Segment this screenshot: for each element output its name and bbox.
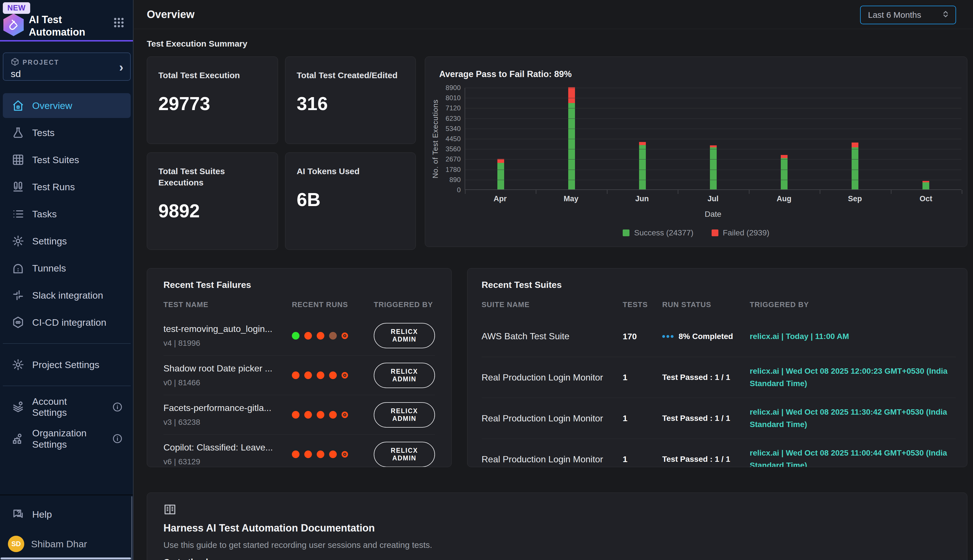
project-cube-icon (11, 58, 19, 67)
sidebar-item-label: CI-CD integration (32, 317, 107, 328)
app-title: AI Test Automation (29, 13, 105, 38)
sidebar-vertical-scrollbar[interactable] (131, 496, 132, 560)
run-status-dot-failed (317, 332, 324, 340)
failures-header-row: TEST NAME RECENT RUNS TRIGGERED BY (147, 290, 452, 316)
legend-item: Success (24377) (623, 228, 693, 237)
sidebar-item-test-suites[interactable]: Test Suites (3, 147, 131, 172)
table-row[interactable]: AWS Batch Test Suite 170 8% Completed re… (482, 316, 956, 357)
table-row[interactable]: Copilot: Classified: Leave... v6 | 63129… (163, 434, 435, 467)
sidebar-item-tests[interactable]: Tests (3, 120, 131, 145)
go-to-docs-link[interactable]: Go to the docs → (163, 557, 233, 560)
new-badge: NEW (3, 2, 30, 14)
run-status-dot-current (342, 332, 348, 339)
sidebar-item-cicd-integration[interactable]: CI-CD integration (3, 310, 131, 335)
stat-title: AI Tokens Used (297, 166, 404, 177)
project-selector[interactable]: PROJECT sd › (3, 52, 131, 81)
sidebar-item-label: Slack integration (32, 290, 103, 301)
triggered-by-link[interactable]: relicx.ai | Wed Oct 08 2025 11:00:44 GMT… (750, 447, 956, 467)
sidebar-item-label: Account Settings (32, 396, 104, 418)
table-row[interactable]: Shadow root Date picker ... v0 | 81466 R… (163, 355, 435, 395)
suite-name[interactable]: Real Production Login Monitor (482, 372, 623, 383)
run-status-dot-failed (329, 450, 337, 458)
suite-name[interactable]: AWS Batch Test Suite (482, 331, 623, 342)
sidebar-item-slack-integration[interactable]: Slack integration (3, 283, 131, 308)
run-status-dot-current (342, 412, 348, 418)
column-header: RECENT RUNS (292, 300, 374, 309)
chart-x-labels: AprMayJunJulAugSepOct (465, 195, 961, 203)
recent-runs[interactable] (292, 372, 374, 379)
sidebar-item-help[interactable]: Help (3, 502, 131, 527)
suite-name[interactable]: Real Production Login Monitor (482, 454, 623, 465)
chart-bar-may (568, 87, 575, 189)
run-status: Test Passed : 1 / 1 (662, 455, 750, 464)
sidebar-item-tasks[interactable]: Tasks (3, 202, 131, 227)
sidebar-item-label: Test Suites (32, 154, 79, 165)
triggered-by-button[interactable]: RELICX ADMIN (374, 402, 435, 428)
table-row[interactable]: Facets-performance-gitla... v3 | 63238 R… (163, 395, 435, 434)
triggered-by-button[interactable]: RELICX ADMIN (374, 363, 435, 388)
brand-accent-bar (0, 40, 133, 42)
test-name[interactable]: Facets-performance-gitla... (163, 403, 285, 413)
sidebar-item-organization-settings[interactable]: Organization Settings (3, 422, 131, 455)
sidebar-item-project-settings[interactable]: Project Settings (3, 352, 131, 377)
suite-name[interactable]: Real Production Login Monitor (482, 413, 623, 424)
recent-runs[interactable] (292, 411, 374, 418)
cicd-icon (12, 316, 24, 328)
triggered-by-link[interactable]: relicx.ai | Wed Oct 08 2025 11:30:42 GMT… (750, 406, 956, 431)
triggered-by-button[interactable]: RELICX ADMIN (374, 442, 435, 467)
sidebar-item-label: Tasks (32, 208, 57, 220)
column-header: TRIGGERED BY (750, 300, 956, 309)
app-switcher-icon[interactable] (113, 17, 125, 30)
suite-tests: 170 (623, 332, 662, 341)
divider (3, 343, 131, 344)
sidebar-nav: Overview Tests Test Suites Test Runs Tas… (3, 93, 131, 455)
stat-card-total-test-execution: Total Test Execution 29773 (147, 57, 278, 144)
avatar: SD (8, 536, 24, 552)
chart-y-axis: 0890178026703560445053406230712080108900 (425, 88, 461, 190)
chart-bar-jul (710, 145, 717, 189)
triggered-by-link[interactable]: relicx.ai | Wed Oct 08 2025 12:00:23 GMT… (750, 365, 956, 390)
sidebar-item-settings[interactable]: Settings (3, 228, 131, 253)
test-meta: v0 | 81466 (163, 378, 292, 387)
chart-bar-oct (923, 181, 929, 189)
docs-title: Harness AI Test Automation Documentation (163, 522, 951, 534)
sidebar-item-account-settings[interactable]: Account Settings (3, 395, 131, 420)
recent-runs[interactable] (292, 332, 374, 340)
sidebar-item-tunnels[interactable]: Tunnels (3, 256, 131, 280)
test-name[interactable]: Copilot: Classified: Leave... (163, 442, 285, 453)
sidebar-horizontal-scrollbar[interactable] (0, 557, 131, 560)
time-range-select[interactable]: Last 6 Months (860, 6, 956, 24)
suite-tests: 1 (623, 373, 662, 382)
table-row[interactable]: Real Production Login Monitor 1 Test Pas… (482, 438, 956, 467)
sidebar-item-overview[interactable]: Overview (3, 93, 131, 118)
sidebar-item-test-runs[interactable]: Test Runs (3, 175, 131, 199)
stat-value: 29773 (158, 93, 267, 114)
info-icon[interactable] (112, 433, 123, 444)
triggered-by-button[interactable]: RELICX ADMIN (374, 323, 435, 348)
test-meta: v6 | 63129 (163, 457, 292, 466)
stat-card-ai-tokens: AI Tokens Used 6B (285, 152, 416, 250)
gear-icon (12, 358, 24, 371)
sidebar-item-label: Project Settings (32, 359, 99, 370)
test-meta: v3 | 63238 (163, 418, 292, 427)
table-row[interactable]: test-removing_auto_login... v4 | 81996 R… (163, 316, 435, 355)
help-chat-icon (12, 508, 24, 520)
table-row[interactable]: Real Production Login Monitor 1 Test Pas… (482, 398, 956, 438)
triggered-by-link[interactable]: relicx.ai | Today | 11:00 AM (750, 330, 956, 343)
table-row[interactable]: Real Production Login Monitor 1 Test Pas… (482, 357, 956, 398)
run-status-dot-failed (304, 450, 312, 458)
pass-fail-chart-card: Average Pass to Fail Ratio: 89% No. of T… (425, 57, 967, 247)
sidebar-item-label: Settings (32, 236, 67, 247)
user-menu[interactable]: SD Shibam Dhar (8, 536, 87, 552)
divider (0, 495, 133, 495)
recent-runs[interactable] (292, 450, 374, 458)
test-runs-icon (12, 181, 24, 193)
test-name[interactable]: test-removing_auto_login... (163, 324, 285, 334)
flask-icon (12, 127, 24, 139)
test-name[interactable]: Shadow root Date picker ... (163, 363, 285, 374)
help-section: Help (3, 502, 131, 527)
sidebar: NEW AI Test Automation PROJECT sd › Over… (0, 0, 133, 560)
info-icon[interactable] (112, 402, 123, 412)
stat-value: 6B (297, 189, 404, 210)
run-status-dot-failed (292, 411, 300, 418)
